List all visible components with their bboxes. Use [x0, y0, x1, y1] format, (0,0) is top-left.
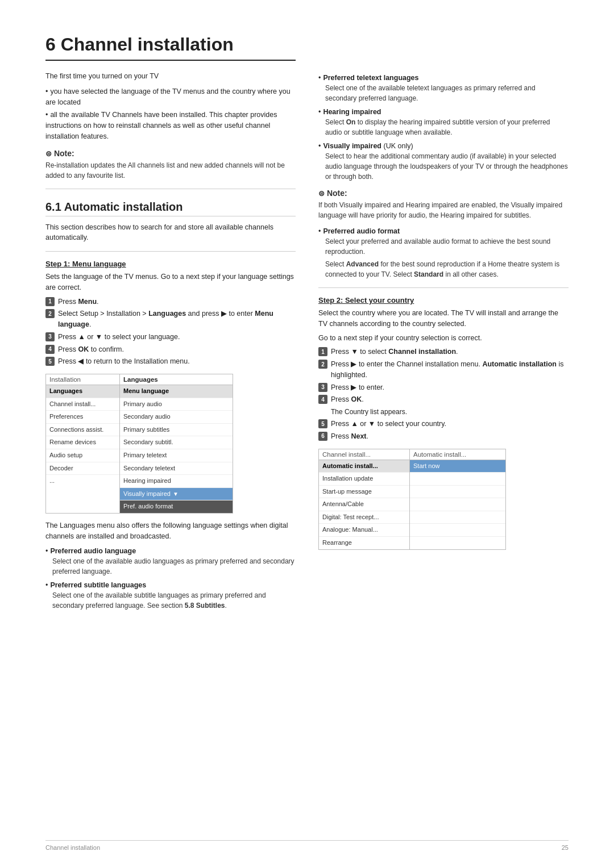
main-content: 6 Channel installation The first time yo… — [45, 34, 569, 616]
table1-col-right: Menu language Primary audio Secondary au… — [120, 385, 233, 513]
table-row[interactable]: Primary teletext — [120, 449, 233, 462]
divider-3 — [318, 287, 569, 288]
note-box-1: ⊜ Note: Re-installation updates the All … — [45, 149, 296, 181]
table-row[interactable]: Primary audio — [120, 398, 233, 411]
step2-desc1: Select the country where you are located… — [318, 308, 569, 329]
step1-item-4: 4 Press OK to confirm. — [45, 344, 296, 355]
step2-list: 1 Press ▼ to select Channel installation… — [318, 347, 569, 441]
table2-col-right: Start now — [410, 460, 505, 549]
table-row — [410, 524, 505, 537]
table-row[interactable]: Primary subtitles — [120, 424, 233, 437]
right-column: •Preferred teletext languages Select one… — [318, 34, 569, 616]
step1-item-5: 5 Press ◀ to return to the Installation … — [45, 356, 296, 367]
bullet-visually-impaired: •Visually impaired (UK only) Select to h… — [318, 142, 569, 182]
table-row-pref-audio[interactable]: Pref. audio format — [120, 500, 233, 513]
footer-right: 25 — [562, 844, 569, 851]
table-row[interactable]: Audio setup — [46, 449, 119, 462]
left-column: 6 Channel installation The first time yo… — [45, 34, 296, 616]
table-row[interactable]: Decoder — [46, 462, 119, 475]
table-row[interactable]: ... — [46, 475, 119, 487]
table1-col1-header: Installation — [46, 374, 120, 385]
table-row[interactable]: Secondary subtitl. — [120, 436, 233, 449]
section-title-text: Automatic installation — [64, 201, 183, 213]
bullet-preferred-audio-format: •Preferred audio format Select your pref… — [318, 227, 569, 279]
table-row[interactable]: Secondary audio — [120, 411, 233, 424]
page-container: ENGLISH 6 Channel installation The first… — [45, 34, 569, 616]
step2-item-3: 3 Press ▶ to enter. — [318, 382, 569, 393]
bullet-preferred-teletext: •Preferred teletext languages Select one… — [318, 74, 569, 103]
note-icon-1: ⊜ Note: — [45, 149, 296, 158]
intro-bullet-1: •you have selected the language of the T… — [45, 86, 296, 108]
installation-languages-table: Installation Languages Languages Channel… — [45, 374, 233, 514]
note-text-2: If both Visually impaired and Hearing im… — [318, 200, 569, 220]
section-title: 6.1 Automatic installation — [45, 201, 296, 216]
table-row — [410, 486, 505, 499]
step1-desc: Sets the language of the TV menus. Go to… — [45, 272, 296, 293]
table-row[interactable]: Installation update — [319, 473, 409, 486]
after-table-text: The Languages menu also offers the follo… — [45, 520, 296, 542]
intro-text: The first time you turned on your TV — [45, 71, 296, 82]
step2-desc2: Go to a next step if your country select… — [318, 333, 569, 344]
note-box-2: ⊜ Note: If both Visually impaired and He… — [318, 189, 569, 220]
bullet-preferred-subtitle-lang: •Preferred subtitle languages Select one… — [45, 581, 296, 611]
step2-header: Step 2: Select your country — [318, 296, 569, 304]
table-row — [410, 537, 505, 549]
table-row[interactable]: Languages — [46, 385, 119, 398]
note-text-1: Re-installation updates the All channels… — [45, 160, 296, 181]
table-row-start-now[interactable]: Start now — [410, 460, 505, 473]
bullet-preferred-audio-lang: •Preferred audio language Select one of … — [45, 547, 296, 577]
table-row[interactable]: Menu language — [120, 385, 233, 398]
table-row[interactable]: Analogue: Manual... — [319, 524, 409, 537]
table-row — [410, 473, 505, 486]
section-num: 6.1 — [45, 201, 61, 213]
chapter-num: 6 — [45, 34, 56, 55]
table-row[interactable]: Connections assist. — [46, 424, 119, 437]
step2-item-2: 2 Press ▶ to enter the Channel installat… — [318, 359, 569, 381]
step1-list: 1 Press Menu. 2 Select Setup > Installat… — [45, 297, 296, 368]
table-row[interactable]: Antenna/Cable — [319, 498, 409, 511]
table-row — [410, 498, 505, 511]
step2-item-4: 4 Press OK. — [318, 394, 569, 405]
table-row[interactable]: Automatic install... — [319, 460, 409, 473]
table-row[interactable]: Digital: Test recept... — [319, 511, 409, 524]
step1-header: Step 1: Menu language — [45, 260, 296, 268]
footer-left: Channel installation — [45, 844, 100, 851]
section-intro: This section describes how to search for… — [45, 222, 296, 244]
table-row[interactable]: Start-up message — [319, 486, 409, 499]
table2-col1-header: Channel install... — [319, 449, 410, 460]
table-row[interactable]: Rearrange — [319, 537, 409, 549]
pref-bullets-right: •Preferred teletext languages Select one… — [318, 74, 569, 182]
table1-header: Installation Languages — [46, 374, 233, 385]
page-footer: Channel installation 25 — [45, 840, 569, 851]
chapter-title: 6 Channel installation — [45, 34, 296, 61]
note-icon-2: ⊜ Note: — [318, 189, 569, 198]
table2-col-left: Automatic install... Installation update… — [319, 460, 410, 549]
step2-item-6: 6 Press Next. — [318, 431, 569, 442]
table2-body: Automatic install... Installation update… — [319, 460, 505, 549]
table-row — [410, 511, 505, 524]
table-row[interactable]: Hearing impaired — [120, 475, 233, 488]
step1-item-3: 3 Press ▲ or ▼ to select your language. — [45, 332, 296, 343]
table-row[interactable]: Preferences — [46, 411, 119, 424]
pref-bullets-left: •Preferred audio language Select one of … — [45, 547, 296, 611]
step2-item-5: 5 Press ▲ or ▼ to select your country. — [318, 419, 569, 429]
table2-col2-header: Automatic install... — [410, 449, 505, 460]
divider-2 — [45, 251, 296, 252]
table1-col2-header: Languages — [120, 374, 233, 385]
step2-item-4b: The Country list appears. — [318, 407, 569, 417]
table-row-visually-impaired[interactable]: Visually impaired ▼ — [120, 488, 233, 501]
table1-body: Languages Channel install... Preferences… — [46, 385, 233, 513]
step1-item-2: 2 Select Setup > Installation > Language… — [45, 308, 296, 330]
chapter-title-text: Channel installation — [61, 34, 234, 55]
pref-audio-format-section: •Preferred audio format Select your pref… — [318, 227, 569, 279]
table-row[interactable]: Secondary teletext — [120, 462, 233, 475]
table1-col-left: Languages Channel install... Preferences… — [46, 385, 120, 513]
step1-item-1: 1 Press Menu. — [45, 297, 296, 307]
table2-header: Channel install... Automatic install... — [319, 449, 505, 460]
table-row[interactable]: Channel install... — [46, 398, 119, 411]
table-row[interactable]: Rename devices — [46, 436, 119, 449]
channel-install-table: Channel install... Automatic install... … — [318, 449, 506, 550]
bullet-hearing-impaired: •Hearing impaired Select On to display t… — [318, 108, 569, 137]
intro-bullet-2: •all the available TV Channels have been… — [45, 110, 296, 141]
divider-1 — [45, 189, 296, 189]
